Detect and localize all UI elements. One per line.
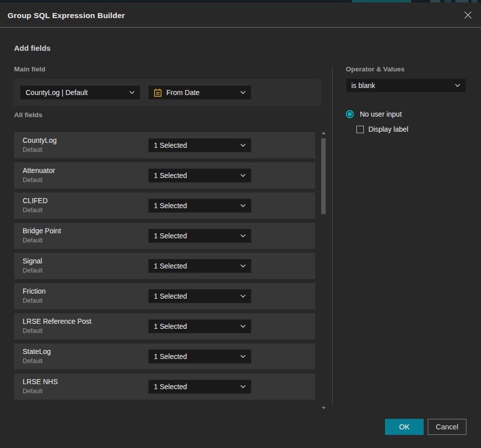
field-name: Attenuator	[23, 166, 55, 174]
close-button[interactable]	[461, 10, 474, 23]
field-values-select[interactable]: 1 Selected	[148, 349, 251, 364]
display-label-text: Display label	[368, 125, 408, 133]
operator-select[interactable]: is blank	[346, 78, 466, 93]
field-values-select[interactable]: 1 Selected	[148, 319, 251, 333]
chevron-down-icon	[129, 91, 135, 95]
scrollbar-down-arrow-icon[interactable]	[322, 407, 326, 409]
chevron-down-icon	[240, 325, 246, 328]
chevron-down-icon	[240, 91, 246, 95]
field-row: Signal Default 1 Selected	[14, 253, 315, 279]
chevron-down-icon	[240, 264, 246, 268]
scrollbar-thumb[interactable]	[321, 138, 326, 214]
field-subtitle: Default	[23, 388, 43, 395]
field-values-select-value: 1 Selected	[154, 352, 187, 361]
field-row: Bridge Point Default 1 Selected	[14, 223, 315, 249]
field-values-select-value: 1 Selected	[154, 171, 187, 180]
field-values-select-value: 1 Selected	[154, 383, 187, 391]
chevron-down-icon	[240, 385, 246, 389]
panel-divider	[332, 67, 333, 406]
chevron-down-icon	[240, 204, 246, 208]
field-subtitle: Default	[23, 176, 43, 184]
field-row: CountyLog Default 1 Selected	[14, 132, 315, 158]
field-subtitle: Default	[23, 207, 43, 214]
field-values-select-value: 1 Selected	[154, 202, 187, 210]
field-name: LRSE Reference Post	[23, 317, 91, 325]
field-row: LRSE NHS Default 1 Selected	[14, 374, 315, 400]
no-user-input-radio[interactable]: No user input	[346, 110, 402, 118]
operator-select-value: is blank	[351, 81, 375, 89]
field-subtitle: Default	[23, 297, 43, 304]
field-values-select-value: 1 Selected	[154, 292, 187, 300]
chevron-down-icon	[240, 234, 246, 238]
calendar-icon	[154, 88, 162, 97]
field-row: LRSE Reference Post Default 1 Selected	[14, 313, 315, 339]
dialog-title: Group SQL Expression Builder	[8, 11, 125, 20]
checkbox-unchecked-icon	[356, 126, 364, 133]
field-row: StateLog Default 1 Selected	[14, 343, 315, 370]
operator-values-label: Operator & Values	[346, 65, 405, 73]
chevron-down-icon	[240, 144, 246, 147]
chevron-down-icon	[240, 174, 246, 177]
cancel-button[interactable]: Cancel	[428, 419, 466, 435]
field-name: LRSE NHS	[23, 378, 58, 386]
field-values-select[interactable]: 1 Selected	[148, 259, 251, 273]
add-fields-heading: Add fields	[14, 44, 51, 52]
fields-list-scrollbar[interactable]	[321, 129, 326, 411]
field-row: CLIFED Default 1 Selected	[14, 193, 315, 219]
field-values-select[interactable]: 1 Selected	[148, 229, 251, 243]
all-fields-list: CountyLog Default 1 Selected Attenuator …	[14, 132, 315, 404]
group-sql-expression-builder-dialog: Group SQL Expression Builder Add fields …	[0, 3, 481, 448]
field-name: CountyLog	[23, 136, 57, 144]
field-subtitle: Default	[23, 327, 43, 334]
field-values-select-value: 1 Selected	[154, 141, 187, 149]
radio-selected-icon	[346, 110, 354, 118]
all-fields-label: All fields	[14, 111, 42, 119]
field-subtitle: Default	[23, 237, 43, 244]
field-values-select[interactable]: 1 Selected	[148, 380, 251, 394]
field-values-select[interactable]: 1 Selected	[148, 168, 251, 183]
chevron-down-icon	[240, 355, 246, 359]
main-field-select-value: From Date	[166, 88, 200, 97]
field-name: CLIFED	[23, 197, 48, 205]
field-name: Bridge Point	[23, 227, 61, 235]
field-values-select-value: 1 Selected	[154, 322, 187, 330]
chevron-down-icon	[240, 295, 246, 298]
titlebar-divider	[0, 27, 481, 28]
screen: Group SQL Expression Builder Add fields …	[0, 0, 481, 448]
main-field-label: Main field	[14, 65, 45, 73]
field-name: Signal	[23, 257, 42, 265]
field-subtitle: Default	[23, 146, 43, 153]
main-field-panel: CountyLog | Default From Date	[14, 79, 321, 106]
field-row: Friction Default 1 Selected	[14, 283, 315, 309]
chevron-down-icon	[455, 84, 460, 87]
field-values-select[interactable]: 1 Selected	[148, 138, 251, 152]
field-values-select-value: 1 Selected	[154, 232, 187, 240]
field-values-select-value: 1 Selected	[154, 262, 187, 270]
close-icon	[463, 11, 472, 22]
field-values-select[interactable]: 1 Selected	[148, 199, 251, 213]
layer-select[interactable]: CountyLog | Default	[20, 85, 140, 100]
field-name: Friction	[23, 287, 46, 295]
main-field-select[interactable]: From Date	[148, 85, 251, 100]
field-row: Attenuator Default 1 Selected	[14, 162, 315, 189]
scrollbar-up-arrow-icon[interactable]	[322, 132, 326, 134]
field-values-select[interactable]: 1 Selected	[148, 289, 251, 303]
field-subtitle: Default	[23, 267, 43, 274]
field-subtitle: Default	[23, 357, 43, 365]
layer-select-value: CountyLog | Default	[26, 88, 88, 97]
ok-button[interactable]: OK	[385, 419, 424, 435]
field-name: StateLog	[23, 347, 51, 355]
display-label-checkbox[interactable]: Display label	[356, 125, 408, 133]
no-user-input-label: No user input	[360, 110, 402, 118]
